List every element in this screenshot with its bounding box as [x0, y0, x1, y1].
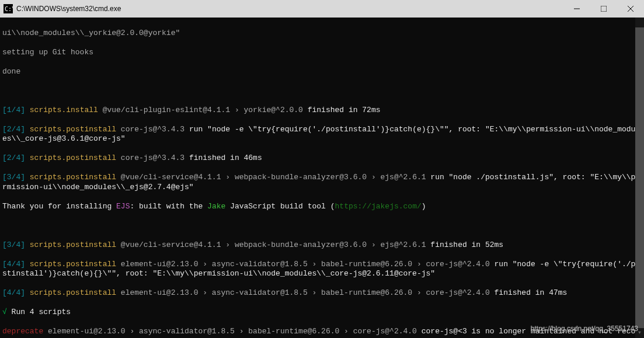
svg-rect-3 — [601, 6, 607, 12]
output-line: [3/4] scripts.postinstall @vue/cli-servi… — [2, 241, 642, 250]
output-line: [2/4] scripts.postinstall core-js@^3.4.3… — [2, 154, 642, 163]
terminal-output[interactable]: ui\\node_modules\\_yorkie@2.0.0@yorkie" … — [0, 18, 644, 338]
output-line: [1/4] scripts.install @vue/cli-plugin-es… — [2, 106, 642, 116]
svg-text:C:\: C:\ — [5, 6, 13, 12]
output-line: Thank you for installing EJS: built with… — [2, 202, 642, 212]
output-line — [2, 221, 642, 231]
scrollbar-thumb[interactable] — [635, 27, 644, 328]
window-title: C:\WINDOWS\system32\cmd.exe — [16, 5, 121, 13]
output-line: [4/4] scripts.postinstall element-ui@2.1… — [2, 260, 642, 279]
output-line: done — [2, 67, 642, 77]
output-line: setting up Git hooks — [2, 48, 642, 58]
titlebar[interactable]: C:\ C:\WINDOWS\system32\cmd.exe — [0, 0, 644, 18]
output-line — [2, 86, 642, 96]
output-line: [4/4] scripts.postinstall element-ui@2.1… — [2, 288, 642, 298]
close-button[interactable] — [617, 0, 644, 18]
output-line: √ Run 4 scripts — [2, 308, 642, 318]
maximize-button[interactable] — [590, 0, 617, 18]
output-line: ui\\node_modules\\_yorkie@2.0.0@yorkie" — [2, 29, 642, 39]
minimize-button[interactable] — [563, 0, 590, 18]
output-line: [2/4] scripts.postinstall core-js@^3.4.3… — [2, 125, 642, 144]
output-line: [3/4] scripts.postinstall @vue/cli-servi… — [2, 173, 642, 192]
cmd-icon: C:\ — [4, 4, 13, 13]
scrollbar[interactable]: ▲ ▼ — [635, 18, 644, 338]
watermark: https://blog.csdn.net/qq_35551743 — [531, 324, 638, 334]
